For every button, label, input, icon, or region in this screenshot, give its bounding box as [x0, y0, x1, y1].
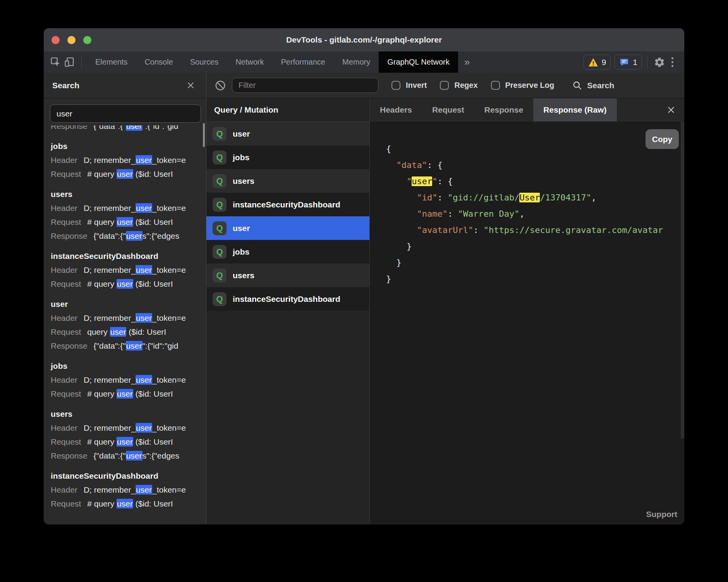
- search-result-line[interactable]: Request# query user ($id: UserI: [51, 167, 199, 181]
- tab-network[interactable]: Network: [227, 51, 272, 73]
- search-results-list: Response{"data":{"user":{"id":"gidjobsHe…: [44, 125, 206, 524]
- json-token: :: [448, 209, 458, 219]
- result-text: # query: [87, 279, 117, 288]
- search-result-line[interactable]: Requestquery user ($id: UserI: [51, 325, 199, 339]
- query-list-header: Query / Mutation: [206, 98, 369, 122]
- issues-badge[interactable]: 1: [615, 55, 642, 70]
- filter-option-invert[interactable]: Invert: [391, 81, 427, 90]
- query-type-badge: Q: [213, 198, 227, 212]
- query-row-jobs[interactable]: Qjobs: [206, 146, 369, 169]
- desktop-background: DevTools - gitlab.com/-/graphql-explorer…: [0, 0, 728, 582]
- response-scrollbar[interactable]: [681, 122, 684, 439]
- result-line-label: Header: [51, 313, 77, 322]
- search-results-scrollbar[interactable]: [203, 123, 205, 147]
- more-tabs-chevron-icon[interactable]: »: [458, 56, 476, 68]
- match-highlight: user: [136, 313, 152, 323]
- warnings-badge[interactable]: 9: [584, 55, 611, 70]
- result-text: D; remember_: [84, 313, 136, 322]
- close-search-panel-icon[interactable]: [184, 79, 197, 92]
- clear-block-icon[interactable]: [213, 79, 227, 92]
- tab-elements[interactable]: Elements: [87, 51, 136, 73]
- search-result-line[interactable]: HeaderD; remember_user_token=e: [51, 153, 199, 167]
- issues-count: 1: [633, 58, 637, 67]
- tab-memory[interactable]: Memory: [334, 51, 379, 73]
- search-query-input[interactable]: [50, 104, 201, 123]
- checkbox[interactable]: [391, 81, 400, 90]
- query-type-badge: Q: [213, 292, 227, 306]
- query-row-instanceSecurityDashboard[interactable]: QinstanceSecurityDashboard: [206, 193, 369, 216]
- query-type-badge: Q: [213, 151, 227, 164]
- result-text: D; remember_: [84, 485, 136, 494]
- json-line: "name": "Warren Day",: [386, 206, 676, 222]
- filter-input[interactable]: [232, 78, 378, 93]
- checkbox[interactable]: [491, 81, 500, 90]
- checkbox-label: Preserve Log: [505, 81, 555, 90]
- toolbar-search-control[interactable]: Search: [572, 80, 614, 91]
- query-type-badge: Q: [213, 269, 227, 282]
- json-token: :: [437, 193, 448, 202]
- json-token: }: [386, 241, 412, 251]
- search-result-line[interactable]: HeaderD; remember_user_token=e: [51, 263, 199, 277]
- match-highlight: user: [117, 217, 133, 227]
- tab-console[interactable]: Console: [136, 51, 181, 73]
- filter-option-preserve-log[interactable]: Preserve Log: [491, 81, 555, 90]
- tab-performance[interactable]: Performance: [273, 51, 334, 73]
- detail-tab-response-raw-[interactable]: Response (Raw): [533, 98, 616, 122]
- result-text: _token=e: [152, 156, 186, 164]
- search-result-line[interactable]: Response{"data":{"user":{"id":"gid: [51, 125, 199, 133]
- query-type-badge: Q: [213, 174, 227, 188]
- close-detail-icon[interactable]: [663, 98, 679, 122]
- query-row-user[interactable]: Quser: [206, 216, 369, 240]
- minimize-window-button[interactable]: [67, 36, 76, 44]
- tab-graphql-network[interactable]: GraphQL Network: [379, 51, 458, 73]
- query-row-user[interactable]: Quser: [206, 122, 369, 146]
- search-result-line[interactable]: Response{"data":{"users":{"edges: [51, 229, 199, 243]
- search-result-line[interactable]: Response{"data":{"user":{"id":"gid: [51, 339, 199, 353]
- search-result-line[interactable]: HeaderD; remember_user_token=e: [51, 311, 199, 325]
- json-token: "data": [397, 160, 427, 170]
- result-text: query: [87, 327, 110, 336]
- query-row-jobs[interactable]: Qjobs: [206, 240, 369, 264]
- close-window-button[interactable]: [52, 36, 60, 44]
- query-row-instanceSecurityDashboard[interactable]: QinstanceSecurityDashboard: [206, 287, 369, 311]
- zoom-window-button[interactable]: [83, 36, 91, 44]
- detail-tab-headers[interactable]: Headers: [370, 98, 422, 122]
- device-toolbar-icon[interactable]: [62, 55, 76, 69]
- detail-tab-response[interactable]: Response: [474, 98, 533, 122]
- result-text: s":{"edges: [143, 231, 179, 240]
- search-result-line[interactable]: Response{"data":{"users":{"edges: [51, 449, 199, 463]
- checkbox[interactable]: [440, 81, 449, 90]
- search-result-line[interactable]: Request# query user ($id: UserI: [51, 277, 199, 291]
- search-result-line[interactable]: Request# query user ($id: UserI: [51, 387, 199, 401]
- search-result-line[interactable]: HeaderD; remember_user_token=e: [51, 201, 199, 215]
- json-token: [386, 209, 417, 219]
- query-list-panel: Query / Mutation QuserQjobsQusersQinstan…: [206, 98, 370, 524]
- search-result-line[interactable]: Request# query user ($id: UserI: [51, 435, 199, 449]
- detail-tab-request[interactable]: Request: [422, 98, 474, 122]
- json-token: "name": [417, 209, 447, 219]
- filter-option-regex[interactable]: Regex: [440, 81, 477, 90]
- search-result-line[interactable]: HeaderD; remember_user_token=e: [51, 373, 199, 387]
- result-text: _token=e: [152, 265, 186, 274]
- kebab-menu-icon[interactable]: [666, 55, 678, 69]
- raw-match-highlight: user: [412, 176, 432, 186]
- search-result-line[interactable]: HeaderD; remember_user_token=e: [51, 421, 199, 435]
- query-row-users[interactable]: Qusers: [206, 169, 369, 193]
- search-result-line[interactable]: Request# query user ($id: UserI: [51, 497, 199, 511]
- result-line-label: Request: [51, 437, 81, 446]
- tab-sources[interactable]: Sources: [182, 51, 227, 73]
- filter-options: InvertRegexPreserve Log: [378, 81, 554, 90]
- inspect-element-icon[interactable]: [48, 55, 62, 69]
- result-text: ($id: UserI: [133, 499, 173, 508]
- search-result-line[interactable]: HeaderD; remember_user_token=e: [51, 483, 199, 497]
- result-text: {"data":{": [94, 341, 126, 350]
- settings-gear-icon[interactable]: [652, 55, 666, 69]
- json-token: [386, 193, 417, 202]
- support-link[interactable]: Support: [646, 510, 677, 519]
- search-result-line[interactable]: Request# query user ($id: UserI: [51, 215, 199, 229]
- result-text: ($id: UserI: [133, 279, 173, 288]
- checkbox-label: Regex: [454, 81, 477, 90]
- match-highlight: user: [117, 389, 133, 399]
- message-icon: [619, 58, 629, 67]
- query-row-users[interactable]: Qusers: [206, 264, 369, 287]
